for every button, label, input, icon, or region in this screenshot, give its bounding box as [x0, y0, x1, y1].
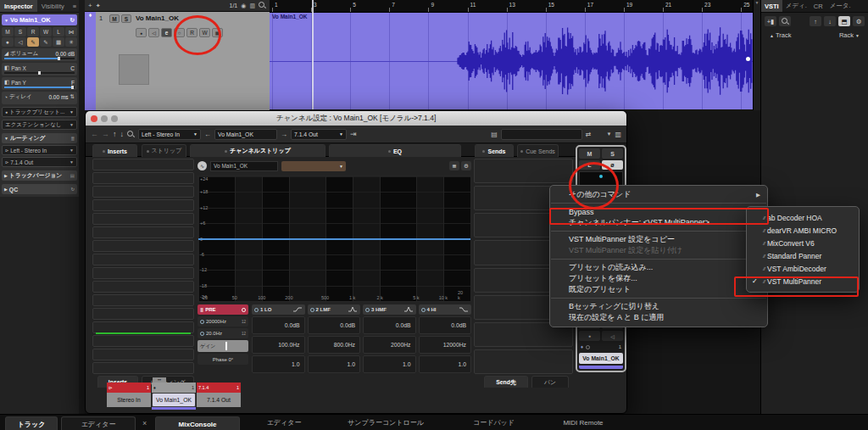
eq-preset-select[interactable]: ▼	[281, 161, 346, 171]
submenu-item[interactable]: ///VST AmbiDecoder	[747, 262, 859, 275]
eq-slope-value[interactable]: 12	[242, 332, 246, 336]
track-preset-field[interactable]: ● トラックプリセット... ▼	[2, 107, 77, 117]
eq-pre-header[interactable]: ≣ PRE	[198, 304, 248, 315]
panel-icon[interactable]: ▥	[249, 3, 255, 9]
param-slider[interactable]	[4, 58, 75, 59]
playhead-cursor[interactable]	[312, 0, 314, 109]
track-version-section-header[interactable]: ▶ トラックバージョン ▤	[2, 170, 77, 181]
tab-inspector[interactable]: Inspector	[0, 0, 37, 12]
edit-channel-settings-button[interactable]: e	[161, 28, 172, 37]
refresh-icon[interactable]: ↻	[70, 17, 75, 24]
power-icon[interactable]	[242, 308, 246, 312]
goto-input-icon[interactable]: ←	[204, 131, 211, 138]
eq-highcut-freq[interactable]: 20000Hz	[206, 319, 226, 324]
monitor-button[interactable]: ◁	[148, 28, 159, 37]
insert-slot[interactable]	[92, 254, 194, 265]
grid-button[interactable]: ▦	[212, 28, 223, 37]
param-value[interactable]: 0.00 ms	[48, 94, 68, 100]
inspector-s-button[interactable]: S	[14, 27, 26, 36]
move-down-button[interactable]: ↓	[824, 16, 836, 26]
goto-output-icon[interactable]: →	[281, 131, 287, 138]
eq-phase-button[interactable]: Phase 0°	[198, 354, 248, 365]
channel-name-field[interactable]: Vo Main1_OK	[214, 129, 277, 140]
inspector-w-button[interactable]: W	[40, 27, 52, 36]
channel-tab-Inserts[interactable]: Inserts	[92, 144, 137, 157]
grid-icon[interactable]: ▦	[53, 37, 64, 47]
channel-tab-Cue Sends[interactable]: Cue Sends	[517, 144, 559, 157]
submenu-item[interactable]: ✓///VST MultiPanner	[747, 275, 859, 288]
gear-icon[interactable]: ⚙	[853, 16, 865, 26]
tab-メータ.[interactable]: メータ.	[826, 0, 854, 12]
tab-CR[interactable]: CR	[810, 0, 826, 12]
insert-slot[interactable]	[92, 321, 194, 333]
record-enable-button[interactable]: ●	[579, 331, 600, 341]
eq-graph[interactable]: +24+18+12+60-6-12-18-2420501002005001 k2…	[198, 176, 471, 302]
extension-field[interactable]: エクステンションなし ▼	[2, 120, 77, 130]
freeze-button[interactable]: ○	[174, 28, 185, 37]
menu-item[interactable]: 現在の設定を A と B に適用	[550, 312, 767, 323]
channel-tab-チャンネルストリップ[interactable]: チャンネルストリップ	[190, 144, 326, 157]
chevron-down-icon[interactable]: ▼	[606, 131, 611, 137]
tab-メディ.[interactable]: メディ.	[782, 0, 810, 12]
insert-slot[interactable]	[92, 308, 194, 320]
param-slider[interactable]	[4, 72, 75, 74]
eq-band-freq[interactable]: 800.0Hz	[308, 336, 361, 354]
insert-slot[interactable]	[92, 186, 194, 198]
routing-strip-name[interactable]: Stereo In	[107, 393, 151, 407]
panner-position-dot[interactable]	[599, 175, 603, 178]
insert-slot[interactable]	[92, 349, 194, 360]
insert-slot[interactable]	[92, 199, 194, 211]
lower-tab-サンプラーコントロール[interactable]: サンプラーコントロール	[331, 415, 441, 430]
lower-tab-MIDI Remote[interactable]: MIDI Remote	[549, 415, 617, 430]
lower-tab-エディター[interactable]: エディター	[254, 415, 314, 430]
fader-channel-name[interactable]: Vo Main1_OK	[579, 353, 623, 364]
move-up-button[interactable]: ↑	[810, 16, 821, 26]
waveform-region[interactable]: Vo Main1_OK	[270, 13, 753, 109]
output-routing-select[interactable]: ⊳ 7.1.4 Out ▼	[2, 157, 77, 167]
send-slot[interactable]	[474, 159, 573, 183]
panel-divider[interactable]	[79, 0, 85, 414]
eq-band-gain[interactable]: 0.0dB	[252, 316, 305, 334]
gain-handle[interactable]	[225, 342, 227, 350]
power-icon[interactable]	[200, 320, 204, 324]
send-slot[interactable]	[474, 349, 573, 374]
eq-lowcut-row[interactable]: 20.0Hz 12	[198, 328, 248, 338]
eq-band-freq[interactable]: 12000Hz	[419, 336, 472, 354]
track-name[interactable]: Vo Main1_OK	[136, 14, 179, 22]
power-icon[interactable]	[421, 308, 426, 312]
qc-section-header[interactable]: ▶ QC ↻	[2, 184, 77, 194]
eq-band-q[interactable]: 1.0	[419, 355, 472, 373]
eq-curve-icon[interactable]: ∿	[198, 161, 207, 170]
track-solo-button[interactable]: S	[121, 14, 131, 23]
eq-slope-value[interactable]: 12	[242, 320, 246, 324]
preset-folder-icon[interactable]: ▤	[491, 131, 498, 138]
stepper-icon[interactable]: ⇅	[70, 93, 75, 100]
eq-band-q[interactable]: 1.0	[308, 355, 361, 373]
routing-strip-output[interactable]: 7.1.417.1.4 Out	[197, 383, 241, 407]
menu-item[interactable]: プリセットを保存...	[550, 273, 767, 284]
slider-handle[interactable]	[58, 57, 60, 60]
footer-tab-send-dest[interactable]: Send先	[484, 376, 528, 388]
input-routing-select[interactable]: ⊳ Left - Stereo In ▼	[2, 145, 77, 155]
insert-slot[interactable]	[92, 213, 194, 225]
input-select[interactable]: Left - Stereo In ▼	[138, 129, 201, 140]
zone-tab-エディター[interactable]: エディター	[61, 416, 136, 430]
track-row[interactable]: ♦ 1 M S Vo Main1_OK ● ◁ e ○ R W ▦	[85, 12, 270, 110]
record-enable-button[interactable]: ●	[136, 28, 147, 37]
channel-tab-EQ[interactable]: EQ	[329, 144, 461, 157]
eq-band-freq[interactable]: 100.0Hz	[252, 336, 305, 354]
automation-icon[interactable]: ✎	[40, 37, 52, 47]
menu-item[interactable]: VST MultiPanner 設定を貼り付け	[550, 245, 767, 256]
menu-item[interactable]: Bセッティングに切り替え	[550, 301, 767, 312]
slider-handle[interactable]	[38, 71, 41, 75]
vsti-track-label[interactable]: Track	[776, 31, 791, 39]
find-instrument-button[interactable]	[779, 16, 791, 26]
inspector-l-button[interactable]: L	[53, 27, 64, 36]
lower-tab-MixConsole[interactable]: MixConsole	[155, 416, 240, 430]
inspector-m-button[interactable]: M	[2, 27, 14, 36]
submenu-item[interactable]: ///MixConvert V6	[747, 237, 859, 249]
param-row-4[interactable]: ◔ディレイ0.00 ms⇅	[2, 92, 77, 104]
channel-tab-Sends[interactable]: Sends	[475, 144, 514, 157]
insert-slot[interactable]	[92, 362, 194, 374]
eq-band-header[interactable]: 2 LMF	[308, 304, 361, 315]
